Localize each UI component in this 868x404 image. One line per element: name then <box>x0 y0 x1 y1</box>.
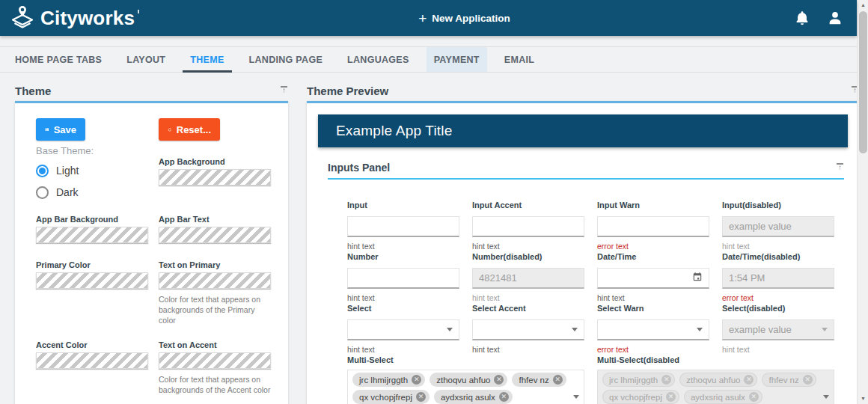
field-input-disabled-: Input(disabled)hint text <box>722 201 834 251</box>
example-app-title: Example App Title <box>336 123 452 139</box>
save-label: Save <box>54 124 76 135</box>
chip-label: jrc lhmijrggth <box>609 376 658 385</box>
tab-home-page-tabs[interactable]: HOME PAGE TABS <box>7 47 109 72</box>
tab-bar: HOME PAGE TABSLAYOUTTHEMELANDING PAGELAN… <box>0 46 857 73</box>
text-input[interactable] <box>722 268 834 289</box>
field-input-warn: Input Warnerror text <box>597 201 709 251</box>
radio-label: Light <box>56 165 79 177</box>
chevron-down-icon <box>573 395 579 399</box>
new-application-button[interactable]: + New Application <box>418 11 510 25</box>
reset-button[interactable]: Reset... <box>159 118 220 141</box>
chip: fhfev nz✕ <box>512 373 566 387</box>
tab-email[interactable]: EMAIL <box>497 47 542 72</box>
chip-label: qx vchopjfrepj <box>359 393 412 402</box>
chip-label: zthoqvu ahfuo <box>436 376 490 385</box>
field-hint-text: hint text <box>722 345 834 354</box>
field-label: Number <box>347 252 459 261</box>
notifications-bell-icon[interactable] <box>794 10 810 26</box>
datetime-input[interactable] <box>597 268 709 289</box>
chip: zthoqvu ahfuo✕ <box>430 373 507 387</box>
radio-dot <box>39 168 46 174</box>
text-input[interactable] <box>722 216 834 237</box>
multiselect-input[interactable]: jrc lhmijrggth✕zthoqvu ahfuo✕fhfev nz✕qx… <box>347 370 584 404</box>
field-label: Date/Time <box>597 252 709 261</box>
chip-label: fhfev nz <box>768 376 798 385</box>
radio-dark[interactable]: Dark <box>36 185 148 200</box>
cityworks-logo-icon <box>10 5 34 31</box>
calendar-icon[interactable] <box>692 272 703 284</box>
color-setting-label: Text on Primary <box>159 260 271 269</box>
chip-remove-icon[interactable]: ✕ <box>553 375 563 385</box>
color-swatch-text-on-accent[interactable] <box>159 352 271 369</box>
reset-icon <box>168 124 172 135</box>
field-label: Input <box>347 201 459 209</box>
chip-remove-icon[interactable]: ✕ <box>661 375 671 385</box>
tab-languages[interactable]: LANGUAGES <box>340 47 417 72</box>
navbar-actions <box>794 10 843 26</box>
color-swatch-app-bar-text[interactable] <box>159 227 271 243</box>
tab-theme[interactable]: THEME <box>183 47 231 72</box>
plus-icon: + <box>418 11 427 25</box>
color-setting-helper: Color for text that appears on backgroun… <box>159 294 271 325</box>
chip-remove-icon[interactable]: ✕ <box>803 375 813 385</box>
save-button[interactable]: Save <box>36 118 85 141</box>
user-profile-icon[interactable] <box>827 10 843 26</box>
text-input[interactable] <box>347 268 459 289</box>
color-swatch-accent-color[interactable] <box>36 352 148 369</box>
field-hint-text: hint text <box>472 242 584 251</box>
text-input[interactable] <box>597 216 709 237</box>
color-swatch-primary-color[interactable] <box>36 272 148 289</box>
text-input[interactable] <box>347 216 459 237</box>
color-swatch-app-bar-background[interactable] <box>36 227 148 243</box>
scrollbar-thumb[interactable] <box>859 11 867 153</box>
chip-remove-icon[interactable]: ✕ <box>749 392 759 402</box>
select-input[interactable] <box>347 319 459 340</box>
select-input[interactable] <box>597 319 709 340</box>
color-setting-label: App Bar Background <box>36 215 148 224</box>
chip-list: jrc lhmijrggth✕zthoqvu ahfuo✕fhfev nz✕qx… <box>352 373 570 404</box>
chip-remove-icon[interactable]: ✕ <box>416 392 426 402</box>
chip-remove-icon[interactable]: ✕ <box>494 375 504 385</box>
tab-layout[interactable]: LAYOUT <box>119 47 173 72</box>
color-swatch-text-on-primary[interactable] <box>159 272 271 289</box>
theme-color-grid: Base Theme:LightDarkApp BackgroundApp Ba… <box>36 145 271 404</box>
inputs-panel-underline <box>328 178 844 180</box>
scrollbar-up-arrow[interactable]: ▲ <box>858 0 868 10</box>
field-multi-select: Multi-Selectjrc lhmijrggth✕zthoqvu ahfuo… <box>347 355 584 404</box>
new-application-label: New Application <box>432 13 510 24</box>
preview-fields-grid: Inputhint textInput Accenthint textInput… <box>347 201 844 404</box>
chip-remove-icon[interactable]: ✕ <box>744 375 754 385</box>
select-value: example value <box>729 324 792 335</box>
tab-payment[interactable]: PAYMENT <box>427 47 487 72</box>
chip: aydxsriq asulx✕ <box>684 390 762 404</box>
collapse-inputs-icon[interactable]: ↑ <box>836 163 844 172</box>
chip-remove-icon[interactable]: ✕ <box>412 375 421 385</box>
select-input[interactable]: example value <box>722 319 834 340</box>
brand-name: Cityworks <box>40 7 135 30</box>
field-error-text: error text <box>597 242 709 251</box>
chip-remove-icon[interactable]: ✕ <box>499 392 509 402</box>
multiselect-input[interactable]: jrc lhmijrggth✕zthoqvu ahfuo✕fhfev nz✕qx… <box>597 370 834 404</box>
theme-preview-title: Theme Preview <box>307 85 388 97</box>
radio-light[interactable]: Light <box>36 163 148 178</box>
collapse-panel-icon[interactable]: ↑ <box>280 86 288 95</box>
select-input[interactable] <box>472 319 584 340</box>
base-theme-label: Base Theme: <box>36 145 148 156</box>
chip-label: aydxsriq asulx <box>441 393 495 402</box>
app-bar: Cityworks + New Application <box>0 0 857 36</box>
scrollbar-down-arrow[interactable]: ▼ <box>858 394 868 404</box>
chip: aydxsriq asulx✕ <box>434 390 513 404</box>
vertical-scrollbar[interactable]: ▲ ▼ <box>857 0 868 404</box>
chip: qx vchopjfrepj✕ <box>352 390 430 404</box>
color-swatch-app-background[interactable] <box>159 169 271 186</box>
field-select-accent: Select Accenthint text <box>472 304 584 354</box>
chip-list: jrc lhmijrggth✕zthoqvu ahfuo✕fhfev nz✕qx… <box>602 373 820 404</box>
chip-remove-icon[interactable]: ✕ <box>666 392 676 402</box>
field-select-disabled-: Select(disabled)example valuehint text <box>722 304 834 354</box>
chevron-down-icon <box>823 395 829 399</box>
text-input[interactable] <box>472 268 584 289</box>
text-input[interactable] <box>472 216 584 237</box>
tab-landing-page[interactable]: LANDING PAGE <box>242 47 331 72</box>
color-setting: App Bar Background <box>36 215 148 245</box>
field-label: Input Warn <box>597 201 709 209</box>
